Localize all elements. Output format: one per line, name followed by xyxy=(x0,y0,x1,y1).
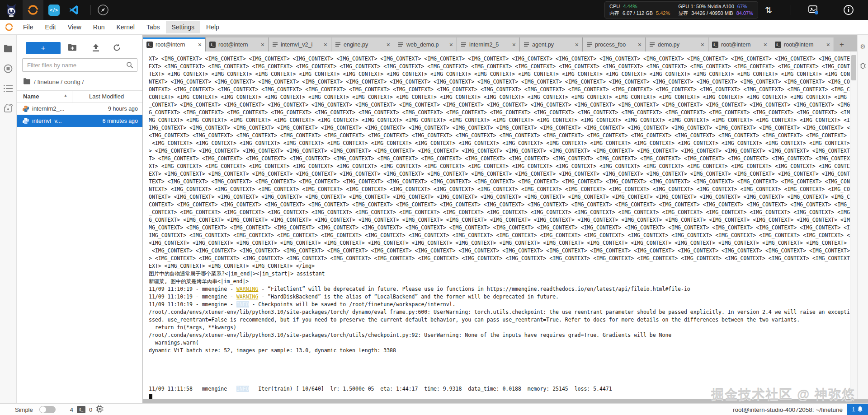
terminal-output[interactable]: XT> <IMG_CONTEXT> <IMG_CONTEXT> <IMG_CON… xyxy=(143,51,850,399)
gpu-percent: 67% xyxy=(737,3,747,10)
upload-icon[interactable] xyxy=(92,43,100,54)
tab-process-foo[interactable]: process_foo× xyxy=(583,37,646,51)
terminal-scrollbar[interactable] xyxy=(850,51,857,399)
file-browser-icon[interactable] xyxy=(4,45,13,54)
terminal-line: CONTEXT> <IMG_CONTEXT> <IMG_CONTEXT> <IM… xyxy=(149,201,850,209)
info-icon[interactable] xyxy=(829,0,868,20)
scrollbar-thumb[interactable] xyxy=(851,55,856,80)
tab-root-intern[interactable]: $_root@intern× xyxy=(771,37,834,51)
internlm-menu-logo-icon xyxy=(5,23,14,32)
studio-mascot-logo-icon[interactable] xyxy=(0,0,23,20)
file-row[interactable]: internlm2_...9 hours ago xyxy=(17,103,142,115)
search-icon xyxy=(126,61,133,70)
terminal-icon: $_ xyxy=(146,42,153,48)
close-icon[interactable]: × xyxy=(700,41,705,48)
terminal-line: NTEXT> <IMG_CONTEXT> <IMG_CONTEXT> <IMG_… xyxy=(149,186,850,193)
terminal-line: G_CONTEXT> <IMG_CONTEXT> <IMG_CONTEXT> <… xyxy=(149,109,850,117)
image-preview-icon[interactable] xyxy=(797,0,829,20)
tab-root-intern[interactable]: $_root@intern× xyxy=(708,37,771,51)
close-icon[interactable]: × xyxy=(197,41,203,48)
new-folder-icon[interactable] xyxy=(68,43,77,53)
name-column-header[interactable]: Name xyxy=(23,93,39,100)
tab-agent-py[interactable]: agent.py× xyxy=(520,37,583,51)
internlm-logo-icon[interactable] xyxy=(23,0,43,20)
close-icon[interactable]: × xyxy=(386,41,391,48)
menu-item-help[interactable]: Help xyxy=(200,21,225,33)
terminal-line: IMG_CONTEXT> <IMG_CONTEXT> <IMG_CONTEXT>… xyxy=(149,232,850,239)
file-row[interactable]: internvl_v...6 minutes ago xyxy=(17,115,142,127)
file-browser-panel: + / finetune / config / Name ▲ xyxy=(17,35,143,403)
menu-item-kernel[interactable]: Kernel xyxy=(110,21,140,33)
compass-icon[interactable] xyxy=(97,0,109,20)
text-file-icon xyxy=(461,42,467,47)
vscode-icon[interactable] xyxy=(64,0,84,20)
bell-icon xyxy=(857,406,863,414)
breadcrumb-path[interactable]: / finetune / config / xyxy=(34,79,84,85)
file-modified: 9 hours ago xyxy=(108,106,138,112)
menu-item-settings[interactable]: Settings xyxy=(166,21,201,33)
transfer-icon[interactable]: ⇅ xyxy=(753,5,784,15)
menu-item-run[interactable]: Run xyxy=(87,21,111,33)
file-list-header[interactable]: Name ▲ Last Modified xyxy=(17,90,142,103)
top-system-bar: </> CPU 4.44% xyxy=(0,0,868,20)
simple-mode-toggle[interactable] xyxy=(39,406,56,413)
dock-tab-bar: $_root@intern×$_root@intern×internvl_v2_… xyxy=(143,35,857,51)
extension-manager-icon[interactable] xyxy=(4,104,13,115)
terminal-line: warnings.warn( xyxy=(149,339,850,347)
close-icon[interactable]: × xyxy=(260,41,265,48)
table-of-contents-icon[interactable] xyxy=(4,85,13,94)
menu-item-tabs[interactable]: Tabs xyxy=(141,21,166,33)
close-icon[interactable]: × xyxy=(637,41,642,48)
terminal-line: <IMG_CONTEXT> <IMG_CONTEXT> <IMG_CONTEXT… xyxy=(149,247,850,255)
terminal-panel[interactable]: XT> <IMG_CONTEXT> <IMG_CONTEXT> <IMG_CON… xyxy=(143,51,857,399)
vram-value: 34426 / 40950 MiB xyxy=(691,10,733,17)
close-icon[interactable]: × xyxy=(574,41,580,48)
tab-internlm2-5[interactable]: internlm2_5× xyxy=(457,37,520,51)
close-icon[interactable]: × xyxy=(323,41,328,48)
menu-item-edit[interactable]: Edit xyxy=(39,21,62,33)
close-icon[interactable]: × xyxy=(511,41,517,48)
close-icon[interactable]: × xyxy=(763,41,768,48)
filter-files-input[interactable] xyxy=(22,58,137,72)
close-icon[interactable]: × xyxy=(826,41,831,48)
terminal-line: /root/.conda/envs/xtuner-env/lib/python3… xyxy=(149,331,850,339)
tab-engine-py[interactable]: engine.py× xyxy=(331,37,394,51)
text-file-icon xyxy=(272,42,278,47)
tab-web-demo-p[interactable]: web_demo.p× xyxy=(394,37,457,51)
terminal-line: TEXT> <IMG_CONTEXT> <IMG_CONTEXT> <IMG_C… xyxy=(149,70,850,78)
tab-title: agent.py xyxy=(532,42,572,48)
debugger-bug-icon[interactable] xyxy=(859,62,866,71)
terminal-line xyxy=(149,354,850,362)
mem-value: 6.07 / 112 GB xyxy=(623,10,653,17)
terminal-line: G_CONTEXT> <IMG_CONTEXT> <IMG_CONTEXT> <… xyxy=(149,216,850,224)
terminal-line xyxy=(149,378,850,385)
terminal-line: 11/09 11:10:19 - mmengine - INFO - Check… xyxy=(149,301,850,308)
python-file-icon xyxy=(23,118,29,124)
tab-root-intern[interactable]: $_root@intern× xyxy=(206,37,269,51)
tab-title: engine.py xyxy=(344,42,384,48)
terminal-line: return fn(*args, **kwargs) xyxy=(149,324,850,331)
terminal-line: TEXT> <IMG_CONTEXT> <IMG_CONTEXT> <IMG_C… xyxy=(149,178,850,186)
new-tab-button[interactable]: + xyxy=(834,37,849,51)
property-inspector-gear-icon[interactable]: ⚙ xyxy=(860,43,866,50)
tab-demo-py[interactable]: demo.py× xyxy=(646,37,708,51)
close-icon[interactable]: × xyxy=(448,41,454,48)
new-launcher-button[interactable]: + xyxy=(26,42,61,54)
terminal-line: ONTEXT> <IMG_CONTEXT> <IMG_CONTEXT> <IMG… xyxy=(149,193,850,201)
refresh-icon[interactable] xyxy=(113,43,121,54)
menu-item-view[interactable]: View xyxy=(62,21,87,33)
notifications-button[interactable]: 1 xyxy=(847,404,868,415)
vram-label: 显存 xyxy=(678,10,688,17)
breadcrumb[interactable]: / finetune / config / xyxy=(23,78,142,86)
tab-root-intern[interactable]: $_root@intern× xyxy=(143,37,206,51)
terminal-icon: $_ xyxy=(775,42,781,48)
left-activity-bar xyxy=(0,35,17,403)
watermark: 掘金技术社区 @ 神弥悠 xyxy=(711,386,855,403)
terminal-line: _CONTEXT> <IMG_CONTEXT> <IMG_CONTEXT> <I… xyxy=(149,101,850,109)
running-sessions-icon[interactable] xyxy=(4,64,13,75)
menu-item-file[interactable]: File xyxy=(17,21,39,33)
modified-column-header[interactable]: Last Modified xyxy=(89,93,124,100)
tab-internvl-v2-i[interactable]: internvl_v2_i× xyxy=(269,37,331,51)
terminal-line: EXT> <IMG_CONTEXT> <IMG_CONTEXT> <IMG_CO… xyxy=(149,262,850,270)
code-server-icon[interactable]: </> xyxy=(43,0,64,20)
